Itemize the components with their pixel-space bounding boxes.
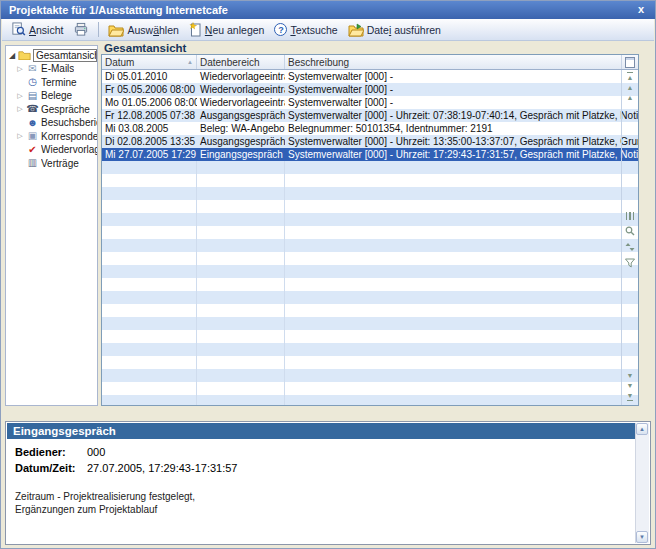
navigation-tree: ◢ Gesamtansicht ▷ ✉ E-Mails ◷ Termine ▷ … (5, 45, 98, 406)
tree-item-label: Gespräche (41, 104, 90, 115)
page-title: Gesamtansicht (104, 42, 186, 54)
tree-item-label: Belege (41, 90, 72, 101)
textsuche-button[interactable]: ? Textsuche (269, 22, 342, 37)
open-folder-icon (108, 23, 124, 37)
detail-panel: Eingangsgespräch ▲ ▼ Bediener: 000 Datum… (5, 421, 651, 545)
tree-root-label: Gesamtansicht (33, 49, 97, 62)
auswaehlen-label: Auswählen (127, 24, 178, 36)
scroll-up-icon[interactable]: ▲ (627, 94, 634, 101)
clock-icon: ◷ (26, 76, 39, 88)
cell-beschreibung: Systemverwalter [000] - Uhrzeit: 13:35:0… (285, 135, 638, 148)
table-row-selected[interactable]: Mi 27.07.2005 17:29 Eingangsgespräch Sys… (102, 148, 638, 161)
note-line: Ergänzungen zum Projektablauf (15, 503, 635, 516)
cell-beschreibung: Systemverwalter [000] - (285, 70, 638, 83)
sort-ascending-icon: ▲ (187, 59, 193, 65)
detail-field-datum-zeit: Datum/Zeit: 27.07.2005, 17:29:43-17:31:5… (15, 460, 635, 476)
table-row[interactable]: Mi 03.08.2005 Beleg: WA-Angebot (alle Be… (102, 122, 638, 135)
cell-datenbereich: Wiedervorlageeintrag (197, 70, 285, 83)
table-row[interactable]: Mo 01.05.2006 08:00 Wiedervorlageeintrag… (102, 96, 638, 109)
cell-beschreibung: Systemverwalter [000] - Uhrzeit: 07:38:1… (285, 109, 638, 122)
cell-datum: Mo 01.05.2006 08:00 (102, 96, 197, 109)
tree-item-label: Besuchsberichte (41, 117, 97, 128)
scroll-first-icon[interactable]: ▲ (627, 72, 634, 81)
sidebar-item-gespraeche[interactable]: ▷ ☎ Gespräche (6, 103, 97, 117)
cell-datenbereich: Wiedervorlageeintrag (197, 83, 285, 96)
neu-anlegen-button[interactable]: Neu anlegen (184, 21, 270, 38)
detail-note: Zeitraum - Projektrealisierung festgeleg… (15, 490, 635, 516)
scrollbar-up-icon[interactable]: ▲ (636, 423, 648, 435)
textsuche-label: Textsuche (290, 24, 337, 36)
sort-icon[interactable] (625, 242, 635, 252)
sidebar-item-besuchsberichte[interactable]: ☻ Besuchsberichte (6, 116, 97, 130)
run-file-icon (348, 23, 364, 37)
column-header-beschreibung[interactable]: Beschreibung (285, 55, 622, 69)
tree-item-label: Termine (41, 77, 77, 88)
table-row[interactable]: Di 02.08.2005 13:35 Ausgangsgespräch Sys… (102, 135, 638, 148)
detail-scrollbar[interactable]: ▲ ▼ (635, 423, 649, 543)
toolbar: Ansicht Auswählen Neu anlegen ? Textsuch… (2, 19, 654, 41)
contract-icon: ▥ (26, 157, 39, 169)
note-line: Zeitraum - Projektrealisierung festgeleg… (15, 490, 635, 503)
scroll-pagedown-icon[interactable]: ▼ (627, 382, 634, 389)
close-icon[interactable]: x (632, 2, 650, 17)
ansicht-button[interactable]: Ansicht (6, 21, 68, 38)
cell-datenbereich: Ausgangsgespräch (197, 135, 285, 148)
tree-root-gesamtansicht[interactable]: ◢ Gesamtansicht (6, 48, 97, 62)
search-icon[interactable] (625, 226, 635, 236)
column-options-button[interactable] (622, 55, 638, 69)
column-header-datum[interactable]: Datum ▲ (102, 55, 197, 69)
cell-datenbereich: Ausgangsgespräch (197, 109, 285, 122)
phone-icon: ☎ (26, 103, 39, 115)
cell-datum: Mi 27.07.2005 17:29 (102, 148, 197, 161)
tree-item-label: Wiedervorlagen (41, 144, 97, 155)
filter-icon[interactable] (625, 258, 635, 268)
help-search-icon: ? (274, 23, 287, 36)
cell-datenbereich: Wiedervorlageeintrag (197, 96, 285, 109)
detail-panel-title: Eingangsgespräch (7, 423, 635, 439)
chevron-right-icon[interactable]: ▷ (16, 92, 24, 100)
tree-item-label: Korrespondenzen (41, 131, 97, 142)
column-divider (284, 161, 285, 405)
field-label: Bediener: (15, 444, 87, 460)
sidebar-item-korrespondenzen[interactable]: ▷ ▣ Korrespondenzen (6, 130, 97, 144)
column-header-datenbereich[interactable]: Datenbereich (197, 55, 285, 69)
table-row[interactable]: Di 05.01.2010 Wiedervorlageeintrag Syste… (102, 70, 638, 83)
field-label: Datum/Zeit: (15, 460, 87, 476)
cell-datenbereich: Beleg: WA-Angebot (alle Bel (197, 122, 285, 135)
scroll-down-icon[interactable]: ▼ (627, 372, 634, 379)
grid-body: Di 05.01.2010 Wiedervorlageeintrag Syste… (102, 70, 638, 405)
cell-datum: Di 02.08.2005 13:35 (102, 135, 197, 148)
table-row[interactable]: Fr 12.08.2005 07:38 Ausgangsgespräch Sys… (102, 109, 638, 122)
cell-beschreibung: Systemverwalter [000] - (285, 96, 638, 109)
cell-datum: Fr 12.08.2005 07:38 (102, 109, 197, 122)
sidebar-item-termine[interactable]: ◷ Termine (6, 76, 97, 90)
sidebar-item-wiedervorlagen[interactable]: ✔ Wiedervorlagen (6, 143, 97, 157)
scroll-last-icon[interactable]: ▼ (627, 392, 634, 401)
folder-icon (18, 50, 31, 60)
column-divider (196, 161, 197, 405)
datei-ausfuehren-button[interactable]: Datei ausführen (343, 22, 446, 38)
scroll-pageup-icon[interactable]: ▲ (627, 84, 634, 91)
app-window: Projektakte für 1/Ausstattung Internetca… (0, 0, 656, 549)
cell-datenbereich: Eingangsgespräch (197, 148, 285, 161)
scrollbar-down-icon[interactable]: ▼ (636, 531, 648, 543)
chevron-right-icon[interactable]: ▷ (16, 65, 24, 73)
sidebar-item-belege[interactable]: ▷ ▤ Belege (6, 89, 97, 103)
sidebar-item-vertraege[interactable]: ▥ Verträge (6, 157, 97, 171)
grid-empty-area (102, 161, 638, 405)
chevron-right-icon[interactable]: ▷ (16, 105, 24, 113)
window-title: Projektakte für 1/Ausstattung Internetca… (9, 4, 228, 16)
datei-ausfuehren-label: Datei ausführen (367, 24, 441, 36)
auswaehlen-button[interactable]: Auswählen (103, 22, 183, 38)
people-icon: ☻ (26, 117, 39, 129)
expander-open-icon[interactable]: ◢ (8, 51, 16, 60)
sidebar-item-emails[interactable]: ▷ ✉ E-Mails (6, 62, 97, 76)
chevron-right-icon[interactable]: ▷ (16, 132, 24, 140)
table-row[interactable]: Fr 05.05.2006 08:00 Wiedervorlageeintrag… (102, 83, 638, 96)
new-page-icon (189, 22, 202, 37)
email-icon: ✉ (26, 63, 39, 75)
detail-field-bediener: Bediener: 000 (15, 444, 635, 460)
cell-beschreibung: Belegnummer: 50101354, Identnummer: 2191 (285, 122, 638, 135)
print-button[interactable] (68, 21, 94, 38)
columns-icon[interactable] (626, 212, 635, 220)
